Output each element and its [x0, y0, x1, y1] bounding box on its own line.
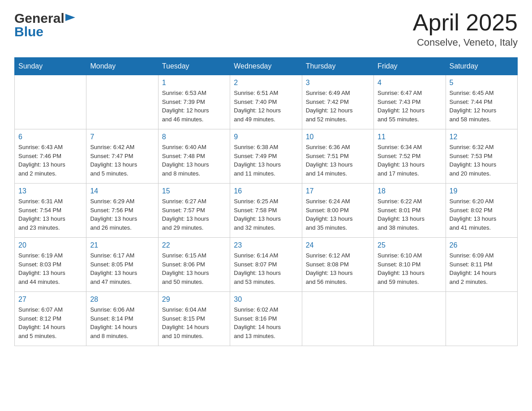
day-number: 13	[18, 187, 82, 195]
calendar-header-row: SundayMondayTuesdayWednesdayThursdayFrid…	[15, 58, 518, 75]
day-number: 8	[162, 133, 226, 141]
day-info: Sunrise: 6:12 AM Sunset: 8:08 PM Dayligh…	[306, 251, 370, 286]
calendar-day-header: Thursday	[302, 58, 373, 75]
calendar-day-cell: 8Sunrise: 6:40 AM Sunset: 7:48 PM Daylig…	[158, 129, 230, 184]
calendar-day-cell: 30Sunrise: 6:02 AM Sunset: 8:16 PM Dayli…	[230, 292, 302, 346]
day-info: Sunrise: 6:40 AM Sunset: 7:48 PM Dayligh…	[162, 143, 226, 178]
calendar-day-cell: 19Sunrise: 6:20 AM Sunset: 8:02 PM Dayli…	[446, 184, 517, 238]
day-number: 17	[306, 187, 370, 195]
calendar-day-cell: 20Sunrise: 6:19 AM Sunset: 8:03 PM Dayli…	[15, 238, 86, 292]
day-number: 26	[450, 241, 514, 249]
day-info: Sunrise: 6:22 AM Sunset: 8:01 PM Dayligh…	[378, 197, 442, 232]
calendar-day-cell	[374, 292, 446, 346]
calendar-subtitle: Conselve, Veneto, Italy	[413, 37, 518, 48]
calendar-day-cell: 3Sunrise: 6:49 AM Sunset: 7:42 PM Daylig…	[302, 75, 373, 129]
calendar-day-cell: 28Sunrise: 6:06 AM Sunset: 8:14 PM Dayli…	[86, 292, 158, 346]
day-number: 20	[18, 241, 82, 249]
page-header: General Blue April 2025 Conselve, Veneto…	[14, 11, 518, 48]
calendar-title: April 2025	[413, 11, 518, 34]
calendar-day-cell	[446, 292, 517, 346]
day-number: 22	[162, 241, 226, 249]
calendar-day-cell: 9Sunrise: 6:38 AM Sunset: 7:49 PM Daylig…	[230, 129, 302, 184]
calendar-day-header: Monday	[86, 58, 158, 75]
calendar-day-cell: 2Sunrise: 6:51 AM Sunset: 7:40 PM Daylig…	[230, 75, 302, 129]
day-info: Sunrise: 6:04 AM Sunset: 8:15 PM Dayligh…	[162, 305, 226, 340]
day-info: Sunrise: 6:09 AM Sunset: 8:11 PM Dayligh…	[450, 251, 514, 286]
calendar-day-cell: 1Sunrise: 6:53 AM Sunset: 7:39 PM Daylig…	[158, 75, 230, 129]
calendar-day-header: Friday	[374, 58, 446, 75]
day-number: 2	[234, 79, 298, 87]
day-number: 7	[90, 133, 154, 141]
calendar-day-cell: 7Sunrise: 6:42 AM Sunset: 7:47 PM Daylig…	[86, 129, 158, 184]
day-number: 23	[234, 241, 298, 249]
day-number: 24	[306, 241, 370, 249]
day-number: 5	[450, 79, 514, 87]
day-number: 28	[90, 295, 154, 304]
calendar-day-cell	[302, 292, 373, 346]
day-info: Sunrise: 6:31 AM Sunset: 7:54 PM Dayligh…	[18, 197, 82, 232]
calendar-day-cell: 17Sunrise: 6:24 AM Sunset: 8:00 PM Dayli…	[302, 184, 373, 238]
day-info: Sunrise: 6:29 AM Sunset: 7:56 PM Dayligh…	[90, 197, 154, 232]
calendar-day-header: Tuesday	[158, 58, 230, 75]
day-info: Sunrise: 6:17 AM Sunset: 8:05 PM Dayligh…	[90, 251, 154, 286]
svg-marker-0	[65, 14, 75, 21]
day-number: 9	[234, 133, 298, 141]
day-number: 6	[18, 133, 82, 141]
calendar-day-cell: 25Sunrise: 6:10 AM Sunset: 8:10 PM Dayli…	[374, 238, 446, 292]
calendar-week-row: 27Sunrise: 6:07 AM Sunset: 8:12 PM Dayli…	[15, 292, 518, 346]
day-number: 19	[450, 187, 514, 195]
day-info: Sunrise: 6:36 AM Sunset: 7:51 PM Dayligh…	[306, 143, 370, 178]
day-number: 10	[306, 133, 370, 141]
day-number: 29	[162, 295, 226, 304]
calendar-day-cell: 22Sunrise: 6:15 AM Sunset: 8:06 PM Dayli…	[158, 238, 230, 292]
calendar-day-cell: 12Sunrise: 6:32 AM Sunset: 7:53 PM Dayli…	[446, 129, 517, 184]
day-info: Sunrise: 6:25 AM Sunset: 7:58 PM Dayligh…	[234, 197, 298, 232]
calendar-week-row: 1Sunrise: 6:53 AM Sunset: 7:39 PM Daylig…	[15, 75, 518, 129]
day-number: 27	[18, 295, 82, 304]
calendar-day-cell: 27Sunrise: 6:07 AM Sunset: 8:12 PM Dayli…	[15, 292, 86, 346]
calendar-day-cell: 18Sunrise: 6:22 AM Sunset: 8:01 PM Dayli…	[374, 184, 446, 238]
day-info: Sunrise: 6:27 AM Sunset: 7:57 PM Dayligh…	[162, 197, 226, 232]
calendar-day-cell: 6Sunrise: 6:43 AM Sunset: 7:46 PM Daylig…	[15, 129, 86, 184]
calendar-day-header: Sunday	[15, 58, 86, 75]
day-info: Sunrise: 6:42 AM Sunset: 7:47 PM Dayligh…	[90, 143, 154, 178]
calendar-day-header: Saturday	[446, 58, 517, 75]
day-info: Sunrise: 6:06 AM Sunset: 8:14 PM Dayligh…	[90, 305, 154, 340]
day-info: Sunrise: 6:38 AM Sunset: 7:49 PM Dayligh…	[234, 143, 298, 178]
day-number: 11	[378, 133, 442, 141]
day-info: Sunrise: 6:20 AM Sunset: 8:02 PM Dayligh…	[450, 197, 514, 232]
day-info: Sunrise: 6:15 AM Sunset: 8:06 PM Dayligh…	[162, 251, 226, 286]
day-info: Sunrise: 6:32 AM Sunset: 7:53 PM Dayligh…	[450, 143, 514, 178]
calendar-day-cell: 10Sunrise: 6:36 AM Sunset: 7:51 PM Dayli…	[302, 129, 373, 184]
day-number: 30	[234, 295, 298, 304]
day-info: Sunrise: 6:53 AM Sunset: 7:39 PM Dayligh…	[162, 89, 226, 124]
day-info: Sunrise: 6:43 AM Sunset: 7:46 PM Dayligh…	[18, 143, 82, 178]
day-info: Sunrise: 6:14 AM Sunset: 8:07 PM Dayligh…	[234, 251, 298, 286]
calendar-week-row: 20Sunrise: 6:19 AM Sunset: 8:03 PM Dayli…	[15, 238, 518, 292]
calendar-day-cell: 14Sunrise: 6:29 AM Sunset: 7:56 PM Dayli…	[86, 184, 158, 238]
calendar-day-cell: 24Sunrise: 6:12 AM Sunset: 8:08 PM Dayli…	[302, 238, 373, 292]
day-number: 21	[90, 241, 154, 249]
logo-general-text: General	[14, 11, 64, 26]
calendar-day-cell: 21Sunrise: 6:17 AM Sunset: 8:05 PM Dayli…	[86, 238, 158, 292]
day-number: 1	[162, 79, 226, 87]
day-info: Sunrise: 6:02 AM Sunset: 8:16 PM Dayligh…	[234, 305, 298, 340]
day-info: Sunrise: 6:19 AM Sunset: 8:03 PM Dayligh…	[18, 251, 82, 286]
calendar-day-cell: 23Sunrise: 6:14 AM Sunset: 8:07 PM Dayli…	[230, 238, 302, 292]
day-info: Sunrise: 6:45 AM Sunset: 7:44 PM Dayligh…	[450, 89, 514, 124]
calendar-day-cell	[15, 75, 86, 129]
calendar-day-cell	[86, 75, 158, 129]
logo: General Blue	[14, 11, 75, 39]
day-info: Sunrise: 6:47 AM Sunset: 7:43 PM Dayligh…	[378, 89, 442, 124]
calendar-day-cell: 15Sunrise: 6:27 AM Sunset: 7:57 PM Dayli…	[158, 184, 230, 238]
calendar-day-cell: 5Sunrise: 6:45 AM Sunset: 7:44 PM Daylig…	[446, 75, 517, 129]
day-number: 16	[234, 187, 298, 195]
calendar-week-row: 13Sunrise: 6:31 AM Sunset: 7:54 PM Dayli…	[15, 184, 518, 238]
day-number: 12	[450, 133, 514, 141]
title-block: April 2025 Conselve, Veneto, Italy	[413, 11, 518, 48]
day-number: 18	[378, 187, 442, 195]
day-number: 15	[162, 187, 226, 195]
day-info: Sunrise: 6:07 AM Sunset: 8:12 PM Dayligh…	[18, 305, 82, 340]
day-info: Sunrise: 6:34 AM Sunset: 7:52 PM Dayligh…	[378, 143, 442, 178]
day-info: Sunrise: 6:51 AM Sunset: 7:40 PM Dayligh…	[234, 89, 298, 124]
